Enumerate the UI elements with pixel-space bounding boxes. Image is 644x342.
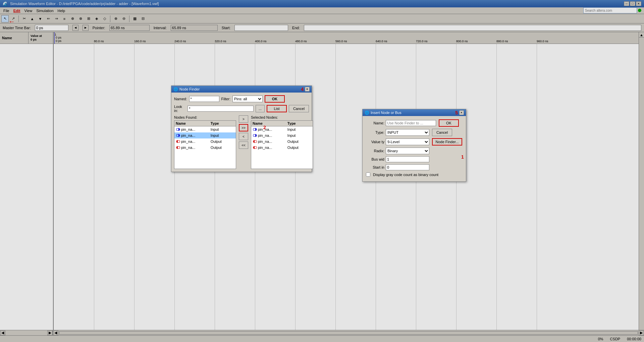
output-icon: [176, 139, 180, 144]
nf-cancel-button[interactable]: Cancel: [289, 105, 309, 112]
insert-start-index-row: Start in: [366, 164, 463, 170]
nf-found-header: Name Type: [174, 121, 236, 126]
node-finder-close[interactable]: ✕: [305, 87, 310, 92]
input-icon: [253, 127, 257, 132]
nf-selected-list[interactable]: Name Type pin_na... Input: [251, 120, 313, 169]
transfer-buttons: > >> < <<: [237, 115, 250, 149]
nf-found-row[interactable]: pin_na... Output: [174, 145, 236, 151]
insert-bus-width-input[interactable]: [386, 156, 429, 162]
transfer-right-btn[interactable]: >: [239, 115, 248, 123]
gray-code-checkbox[interactable]: [366, 172, 370, 177]
node-finder-body: Named: Filter: Pins: all Pins: input Pin…: [171, 93, 312, 172]
insert-name-row: Name: OK: [366, 119, 463, 127]
nf-selected-type-col: Type: [286, 121, 313, 126]
nf-lookin-label: Look in:: [174, 105, 185, 113]
insert-node-body: Name: OK Type: INPUT OUTPUT BIDIR BUS Ca…: [363, 116, 466, 181]
insert-bus-width-row: Bus wid: [366, 156, 463, 162]
annotation-5: 5: [455, 110, 458, 115]
node-finder-title-text: 🌐 Node Finder: [173, 87, 200, 92]
insert-radix-select[interactable]: Binary Hex Unsigned Decimal Signed Decim…: [386, 148, 429, 154]
nf-found-name-col: Name: [174, 121, 209, 126]
transfer-double-left-btn[interactable]: <<: [239, 141, 248, 149]
insert-node-close[interactable]: ✕: [459, 110, 464, 115]
output-icon: [176, 145, 180, 150]
nf-selected-row[interactable]: pin_na... Input: [251, 132, 313, 138]
nf-found-type-col: Type: [209, 121, 236, 126]
nf-found-row[interactable]: pin_na... Input: [174, 126, 236, 132]
nf-selected-row[interactable]: pin_na... Output: [251, 138, 313, 145]
nf-filter-select[interactable]: Pins: all Pins: input Pins: output Regis…: [232, 96, 263, 102]
input-icon: [253, 133, 257, 138]
insert-type-select[interactable]: INPUT OUTPUT BIDIR BUS: [386, 129, 429, 136]
insert-start-index-label: Start in: [366, 165, 384, 169]
nf-list-button[interactable]: List: [267, 105, 287, 112]
gray-code-label: Display gray code count as binary count: [373, 173, 438, 177]
node-finder-button[interactable]: Node Finder...: [432, 138, 462, 146]
nf-ok-button[interactable]: OK: [265, 95, 285, 103]
nf-browse-button[interactable]: ...: [256, 105, 265, 112]
insert-node-dialog: 🌐 Insert Node or Bus 5 ✕ Name: OK Type: …: [362, 109, 466, 182]
insert-name-label: Name:: [366, 121, 384, 125]
transfer-left-btn[interactable]: <: [239, 133, 248, 140]
insert-cancel-button[interactable]: Cancel: [432, 129, 452, 136]
insert-node-title: 🌐 Insert Node or Bus: [365, 111, 401, 115]
nf-selected-header: Name Type: [251, 121, 313, 126]
input-icon: [176, 133, 180, 138]
output-icon: [253, 139, 257, 144]
insert-value-type-label: Value ty: [366, 140, 384, 144]
nf-named-input[interactable]: [189, 96, 219, 102]
nf-selected-row[interactable]: pin_na... Input: [251, 126, 313, 132]
node-finder-icon: 🌐: [173, 87, 178, 92]
insert-radix-label: Radix:: [366, 149, 384, 153]
transfer-double-right-btn[interactable]: >>: [239, 124, 248, 131]
nf-filter-label: Filter:: [221, 97, 231, 101]
insert-type-row: Type: INPUT OUTPUT BIDIR BUS Cancel: [366, 129, 463, 136]
nf-found-row[interactable]: pin_na... Input: [174, 132, 236, 138]
insert-start-index-input[interactable]: [386, 164, 429, 170]
output-icon: [253, 145, 257, 150]
nf-found-label: Nodes Found:: [174, 115, 236, 119]
insert-value-type-row: Value ty 9-Level 2-State Node Finder...: [366, 138, 463, 146]
nf-named-label: Named:: [174, 97, 187, 101]
nf-selected-label: Selected Nodes:: [251, 115, 313, 119]
insert-bus-width-label: Bus wid: [366, 157, 384, 161]
node-finder-dialog: 🌐 Node Finder 4 ✕ Named: Filter: Pins: a…: [171, 86, 312, 172]
nf-selected-name-col: Name: [251, 121, 286, 126]
modal-overlay: 🌐 Insert Node or Bus 5 ✕ Name: OK Type: …: [0, 0, 644, 342]
nf-lookin-input[interactable]: [187, 106, 254, 112]
insert-node-titlebar: 🌐 Insert Node or Bus 5 ✕: [363, 109, 466, 116]
nf-found-list[interactable]: Name Type pin_na... Input: [174, 120, 236, 169]
annotation-4: 4: [301, 87, 304, 92]
node-finder-titlebar: 🌐 Node Finder 4 ✕: [171, 86, 312, 93]
insert-type-label: Type:: [366, 130, 384, 134]
insert-value-type-select[interactable]: 9-Level 2-State: [386, 138, 429, 145]
insert-gray-code-row: Display gray code count as binary count: [366, 172, 463, 177]
nf-found-row[interactable]: pin_na... Output: [174, 138, 236, 145]
input-icon: [176, 127, 180, 132]
insert-name-input[interactable]: [386, 120, 436, 126]
insert-radix-row: Radix: Binary Hex Unsigned Decimal Signe…: [366, 148, 463, 154]
insert-ok-button[interactable]: OK: [439, 119, 459, 127]
insert-node-icon: 🌐: [365, 111, 369, 115]
nf-selected-row[interactable]: pin_na... Output: [251, 145, 313, 151]
